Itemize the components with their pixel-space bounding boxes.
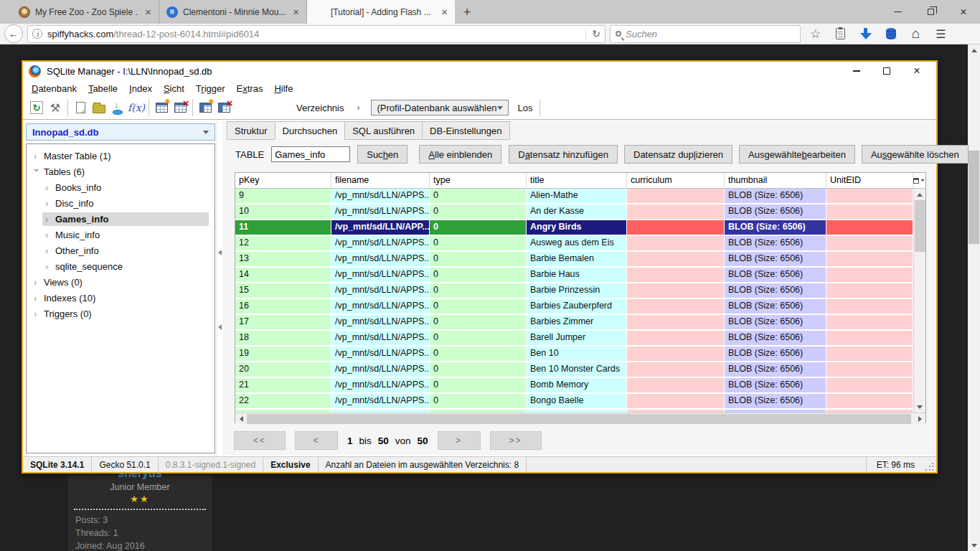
datensatz-duplizieren-button[interactable]: Datensatz duplizieren bbox=[624, 145, 732, 164]
cell-uniteid[interactable] bbox=[826, 347, 913, 362]
column-header-pkey[interactable]: pKey bbox=[235, 173, 331, 188]
create-table-button[interactable]: * bbox=[152, 98, 171, 117]
cell-filename[interactable]: /vp_mnt/sd/LLN/APPS... bbox=[331, 315, 430, 331]
cell-thumbnail[interactable]: BLOB (Size: 6506) bbox=[725, 189, 826, 204]
table-name-input[interactable] bbox=[271, 146, 350, 162]
twisty-collapsed-icon[interactable]: › bbox=[45, 182, 52, 193]
downloads-button[interactable] bbox=[855, 24, 876, 43]
table-row[interactable]: 17/vp_mnt/sd/LLN/APPS...0Barbies ZimmerB… bbox=[235, 315, 913, 331]
scroll-up-icon[interactable] bbox=[914, 189, 925, 200]
tab-close-icon[interactable]: × bbox=[291, 6, 301, 18]
browser-tab[interactable]: Clementoni - Minnie Mou...× bbox=[159, 0, 307, 24]
cell-thumbnail[interactable]: BLOB (Size: 6506) bbox=[725, 347, 826, 362]
twisty-collapsed-icon[interactable]: › bbox=[34, 151, 40, 161]
menu-hilfe[interactable]: Hilfe bbox=[268, 83, 298, 94]
tab-db-einstellungen[interactable]: DB-Einstellungen bbox=[422, 121, 509, 140]
reload-button[interactable]: ↻ bbox=[585, 28, 600, 39]
menu-datenbank[interactable]: Datenbank bbox=[26, 83, 83, 94]
twisty-collapsed-icon[interactable]: › bbox=[45, 230, 52, 240]
cell-uniteid[interactable] bbox=[826, 204, 913, 220]
cell-pkey[interactable]: 20 bbox=[235, 362, 331, 378]
datensatz-hinzuf-gen-button[interactable]: Datensatz hinzufügen bbox=[509, 145, 618, 164]
table-row[interactable]: 19/vp_mnt/sd/LLN/APPS...0Ben 10BLOB (Siz… bbox=[235, 347, 913, 362]
tree-item-sqlite-sequence[interactable]: ›sqlite_sequence bbox=[27, 258, 215, 274]
cell-title[interactable]: Ausweg aus dem Eis bbox=[527, 236, 627, 252]
grid-horizontal-scrollbar[interactable] bbox=[235, 413, 925, 424]
table-row[interactable]: 22/vp_mnt/sd/LLN/APPS...0Bongo BaelleBLO… bbox=[235, 394, 913, 410]
table-row[interactable]: 16/vp_mnt/sd/LLN/APPS...0Barbies Zauberp… bbox=[235, 299, 913, 315]
column-header-thumbnail[interactable]: thumbnail bbox=[725, 173, 826, 188]
import-button[interactable]: ↓ bbox=[108, 98, 127, 117]
cell-title[interactable]: Angry Birds bbox=[527, 220, 627, 236]
tree-item-views-0-[interactable]: ›Views (0) bbox=[27, 274, 215, 290]
cell-type[interactable]: 0 bbox=[430, 189, 527, 204]
url-bar[interactable]: i spiffyhacks.com/thread-12-post-6014.ht… bbox=[27, 25, 606, 43]
ausgew-hlte-l-schen-button[interactable]: Ausgewählte löschen bbox=[862, 145, 969, 164]
cell-type[interactable]: 0 bbox=[430, 236, 527, 252]
cell-pkey[interactable]: 14 bbox=[235, 268, 331, 283]
cell-pkey[interactable]: 19 bbox=[235, 347, 331, 362]
cell-type[interactable]: 0 bbox=[430, 283, 527, 299]
prev-page-button[interactable]: < bbox=[295, 431, 338, 450]
cell-title[interactable]: Barbie Haus bbox=[527, 268, 627, 283]
sqlite-manager-button[interactable] bbox=[880, 24, 901, 43]
cell-thumbnail[interactable]: BLOB (Size: 6506) bbox=[725, 362, 826, 378]
twisty-expanded-icon[interactable]: › bbox=[32, 169, 42, 175]
cell-curriculum[interactable] bbox=[627, 315, 725, 331]
cell-title[interactable]: Ben 10 Monster Cards bbox=[527, 362, 627, 378]
tree-item-other-info[interactable]: ›Other_info bbox=[27, 242, 215, 258]
cell-type[interactable]: 0 bbox=[430, 204, 527, 220]
column-picker-button[interactable] bbox=[913, 173, 925, 188]
tree-item-indexes-10-[interactable]: ›Indexes (10) bbox=[27, 290, 215, 306]
menu-extras[interactable]: Extras bbox=[231, 83, 269, 94]
table-row[interactable]: 15/vp_mnt/sd/LLN/APPS...0Barbie Prinzess… bbox=[235, 283, 913, 299]
cell-curriculum[interactable] bbox=[627, 252, 725, 268]
hamburger-menu-button[interactable]: ☰ bbox=[930, 24, 951, 43]
cell-curriculum[interactable] bbox=[627, 347, 725, 362]
tab-struktur[interactable]: Struktur bbox=[227, 121, 275, 140]
cell-uniteid[interactable] bbox=[826, 189, 913, 204]
tab-close-icon[interactable]: × bbox=[143, 6, 153, 18]
cell-uniteid[interactable] bbox=[826, 394, 913, 410]
tab-durchsuchen[interactable]: Durchsuchen bbox=[275, 121, 346, 140]
cell-title[interactable]: An der Kasse bbox=[527, 204, 627, 220]
new-database-button[interactable] bbox=[71, 98, 90, 117]
cell-uniteid[interactable] bbox=[826, 315, 913, 331]
cell-title[interactable]: Barbie Prinzessin bbox=[527, 283, 627, 299]
cell-thumbnail[interactable]: BLOB (Size: 6506) bbox=[725, 252, 826, 268]
menu-tabelle[interactable]: Tabelle bbox=[83, 83, 123, 94]
cell-filename[interactable]: /vp_mnt/sd/LLN/APPS... bbox=[331, 268, 430, 283]
cell-curriculum[interactable] bbox=[627, 299, 725, 315]
cell-filename[interactable]: /vp_mnt/sd/LLN/APPS... bbox=[331, 252, 430, 268]
menu-sicht[interactable]: Sicht bbox=[158, 83, 190, 94]
cell-uniteid[interactable] bbox=[826, 220, 913, 236]
column-header-filename[interactable]: filename bbox=[331, 173, 430, 188]
cell-uniteid[interactable] bbox=[826, 331, 913, 347]
twisty-collapsed-icon[interactable]: › bbox=[45, 245, 52, 256]
cell-pkey[interactable]: 18 bbox=[235, 331, 331, 347]
menu-trigger[interactable]: Trigger bbox=[190, 83, 231, 94]
cell-type[interactable]: 0 bbox=[430, 220, 527, 236]
cell-pkey[interactable]: 21 bbox=[235, 378, 331, 394]
suchen-button[interactable]: Suchen bbox=[357, 145, 407, 164]
tree-item-master-table-1-[interactable]: ›Master Table (1) bbox=[27, 148, 215, 164]
last-page-button[interactable]: >> bbox=[490, 431, 542, 450]
column-header-uniteid[interactable]: UnitEID bbox=[826, 173, 913, 188]
cell-title[interactable]: Alien-Mathe bbox=[527, 189, 627, 204]
cell-pkey[interactable]: 17 bbox=[235, 315, 331, 331]
menu-index[interactable]: Index bbox=[123, 83, 158, 94]
create-view-button[interactable]: * bbox=[196, 98, 215, 117]
cell-curriculum[interactable] bbox=[627, 394, 725, 410]
cell-thumbnail[interactable]: BLOB (Size: 6506) bbox=[725, 204, 826, 220]
clipboard-button[interactable] bbox=[830, 24, 851, 43]
search-input[interactable] bbox=[626, 29, 795, 39]
scroll-down-icon[interactable] bbox=[968, 540, 980, 551]
cell-type[interactable]: 0 bbox=[430, 394, 527, 410]
cell-curriculum[interactable] bbox=[627, 236, 725, 252]
cell-curriculum[interactable] bbox=[627, 268, 725, 283]
tree-item-music-info[interactable]: ›Music_info bbox=[27, 227, 215, 242]
cell-uniteid[interactable] bbox=[826, 283, 913, 299]
cell-filename[interactable]: /vp_mnt/sd/LLN/APPS... bbox=[331, 362, 430, 378]
cell-title[interactable]: Barbie Bemalen bbox=[527, 252, 627, 268]
cell-type[interactable]: 0 bbox=[430, 378, 527, 394]
